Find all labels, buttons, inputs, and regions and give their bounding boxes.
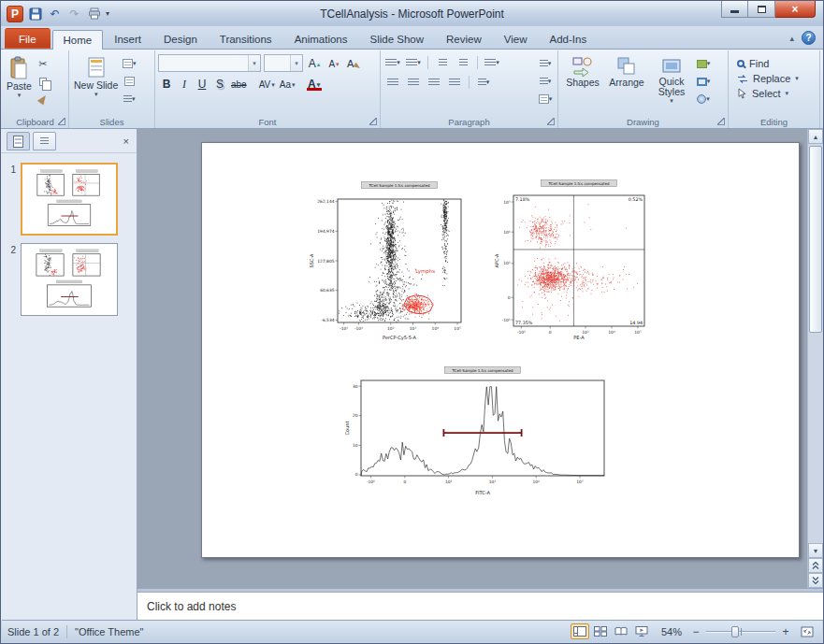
shape-outline-button[interactable]: ▾ — [694, 73, 713, 90]
text-shadow-button[interactable]: S — [211, 75, 228, 92]
format-painter-button[interactable] — [34, 91, 52, 107]
qat-customize-button[interactable]: ▾ — [106, 9, 109, 18]
section-button[interactable]: ▾ — [120, 91, 138, 107]
ribbon-tab-slide-show[interactable]: Slide Show — [359, 29, 436, 49]
cut-button[interactable]: ✂ — [34, 55, 52, 72]
zoom-out-button[interactable]: − — [689, 625, 702, 638]
align-left-button[interactable] — [383, 74, 402, 91]
scrollbar-thumb[interactable] — [809, 146, 822, 333]
maximize-button[interactable] — [748, 1, 775, 18]
italic-button[interactable]: I — [176, 75, 193, 92]
next-slide-button[interactable] — [808, 573, 823, 588]
copy-button[interactable] — [34, 73, 52, 90]
zoom-slider[interactable] — [706, 625, 775, 638]
chevron-down-icon[interactable]: ▾ — [290, 55, 302, 71]
ribbon-tab-design[interactable]: Design — [152, 29, 209, 49]
align-text-button[interactable]: ▾ — [536, 73, 555, 90]
grow-font-button[interactable]: A▴ — [306, 54, 323, 71]
bold-button[interactable]: B — [158, 75, 175, 92]
svg-text:262,144: 262,144 — [317, 199, 334, 204]
clear-formatting-button[interactable]: A — [345, 54, 363, 71]
font-color-button[interactable]: A▾ — [306, 75, 323, 92]
bullets-button[interactable]: ▾ — [383, 54, 402, 71]
numbering-button[interactable]: ▾ — [404, 54, 423, 71]
ribbon-tab-animations[interactable]: Animations — [283, 29, 359, 49]
fit-slide-to-window-button[interactable] — [798, 623, 817, 639]
chevron-down-icon[interactable]: ▾ — [248, 55, 260, 71]
drawing-dialog-launcher[interactable] — [717, 118, 725, 125]
font-size-combo[interactable]: ▾ — [264, 54, 303, 72]
ribbon-tab-home[interactable]: Home — [52, 30, 104, 50]
clipboard-dialog-launcher[interactable] — [58, 118, 65, 125]
slide-show-button[interactable] — [632, 623, 651, 639]
redo-button[interactable]: ↷ — [66, 6, 82, 21]
theme-name[interactable]: "Office Theme" — [75, 626, 143, 637]
flow-histogram-fitc[interactable]: TCell Sample 1.fcs compensated3020100-10… — [333, 365, 614, 496]
powerpoint-logo-icon[interactable]: P — [7, 6, 23, 22]
close-button[interactable]: × — [775, 1, 816, 18]
new-slide-button[interactable]: New Slide ▾ — [72, 52, 120, 112]
font-name-combo[interactable]: ▾ — [158, 54, 261, 72]
previous-slide-button[interactable] — [808, 558, 823, 573]
underline-button[interactable]: U — [194, 75, 210, 92]
font-dialog-launcher[interactable] — [369, 118, 377, 125]
slide-sorter-view-button[interactable] — [591, 623, 610, 639]
ribbon-tab-add-ins[interactable]: Add-Ins — [539, 29, 599, 49]
flow-plot-apc-vs-pe[interactable]: TCell Sample 1.fcs compensated10⁵10⁴10³0… — [487, 179, 660, 341]
paste-button[interactable]: Paste ▾ — [5, 52, 34, 112]
vertical-scrollbar[interactable]: ▲ ▼ — [807, 129, 823, 588]
shape-fill-button[interactable]: ▾ — [694, 55, 713, 72]
change-case-button[interactable]: Aa▾ — [278, 75, 297, 92]
scroll-up-button[interactable]: ▲ — [808, 129, 823, 144]
slides-tab[interactable] — [7, 132, 30, 150]
minimize-ribbon-button[interactable]: ▴ — [789, 34, 794, 43]
shape-effects-button[interactable]: ▾ — [694, 91, 713, 107]
arrange-button[interactable]: Arrange — [604, 52, 649, 112]
replace-button[interactable]: Replace ▾ — [737, 73, 817, 84]
layout-button[interactable]: ▾ — [120, 55, 138, 72]
ribbon-tab-review[interactable]: Review — [435, 29, 493, 49]
save-button[interactable] — [27, 6, 43, 21]
quick-styles-button[interactable]: Quick Styles ▾ — [649, 52, 694, 112]
line-spacing-button[interactable]: ▾ — [483, 54, 501, 71]
zoom-in-button[interactable]: + — [779, 625, 792, 638]
slide-thumbnail-1[interactable] — [21, 163, 118, 236]
undo-button[interactable]: ↶ — [47, 6, 63, 21]
panel-close-button[interactable]: × — [122, 136, 131, 147]
paragraph-dialog-launcher[interactable] — [547, 118, 555, 125]
normal-view-button[interactable] — [571, 623, 589, 639]
shapes-button[interactable]: Shapes — [561, 52, 604, 112]
increase-indent-button[interactable] — [454, 54, 472, 71]
slide-canvas[interactable]: TCell Sample 1.fcs compensated262,144194… — [201, 142, 800, 558]
strikethrough-button[interactable]: abe — [229, 75, 249, 92]
columns-button[interactable]: ▾ — [474, 74, 493, 91]
print-preview-button[interactable] — [86, 6, 102, 21]
scroll-down-button[interactable]: ▼ — [808, 543, 823, 558]
scrollbar-track[interactable] — [808, 144, 823, 543]
slide-thumbnail-2[interactable] — [21, 243, 118, 316]
ribbon-tab-insert[interactable]: Insert — [103, 29, 152, 49]
help-button[interactable]: ? — [802, 31, 816, 45]
select-button[interactable]: Select ▾ — [737, 88, 817, 99]
align-right-button[interactable] — [425, 74, 443, 91]
character-spacing-button[interactable]: AV▾ — [257, 75, 277, 92]
reset-button[interactable] — [120, 73, 138, 90]
plot-title: TCell Sample 1.fcs compensated — [451, 368, 513, 373]
find-button[interactable]: Find — [737, 58, 817, 69]
ribbon-tab-transitions[interactable]: Transitions — [209, 29, 283, 49]
text-direction-button[interactable]: ▾ — [536, 55, 555, 72]
zoom-level[interactable]: 54% — [661, 626, 682, 637]
zoom-slider-handle[interactable] — [731, 626, 739, 637]
reading-view-button[interactable] — [612, 623, 630, 639]
align-center-button[interactable] — [404, 74, 423, 91]
flow-plot-ssc-vs-percp[interactable]: TCell Sample 1.fcs compensated262,144194… — [291, 180, 469, 341]
minimize-button[interactable] — [721, 1, 748, 18]
outline-tab[interactable] — [33, 132, 56, 150]
decrease-indent-button[interactable] — [433, 54, 452, 71]
notes-pane[interactable]: Click to add notes — [137, 593, 823, 621]
shrink-font-button[interactable]: A▾ — [325, 54, 342, 71]
ribbon-tab-view[interactable]: View — [493, 29, 539, 49]
justify-button[interactable] — [445, 74, 464, 91]
file-tab[interactable]: File — [5, 28, 51, 49]
convert-to-smartart-button[interactable]: ▾ — [536, 91, 555, 107]
